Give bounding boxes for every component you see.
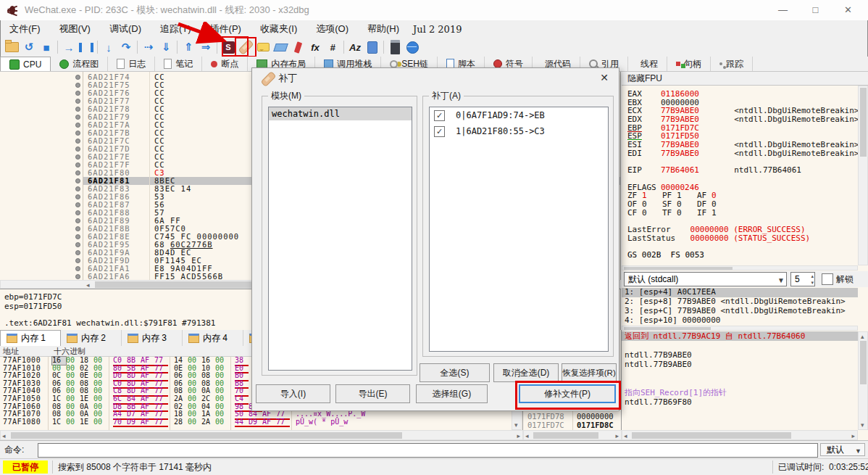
import-button[interactable]: 导入(I) [256,384,330,403]
title-bar[interactable]: WeChat.exe - PID: 263C - 模块: wechatwin.d… [0,0,868,20]
register-row[interactable]: EAX01186000 [627,90,858,99]
trace-into-icon[interactable]: ⇢ [140,39,157,55]
register-value[interactable]: 77B9ABE0 [661,149,725,158]
patch-file-button[interactable]: 修补文件(P) [519,384,616,403]
tab-trace[interactable]: 跟踪 [711,57,753,71]
tab-handles[interactable]: 句柄 [667,57,711,71]
menu-item-debug[interactable]: 调试(D) [100,20,151,38]
registers-vscrollbar[interactable] [858,86,868,265]
dump-row[interactable]: 77AF107008000A00A4D7AF7718001A005084AF77… [0,410,522,418]
stack-row[interactable]: 0171FD7C0171FD8C [523,421,622,429]
run-icon[interactable]: → [60,39,78,55]
scroll-down-icon[interactable]: ▾ [861,421,864,429]
scroll-right-icon[interactable]: ▸ [615,432,619,439]
arguments-list[interactable]: 1: [esp+4] A0C17EEA2: [esp+8] 77B9ABE0 <… [622,288,858,326]
check-hash-icon[interactable]: # [324,39,341,55]
close-icon[interactable]: ■ [38,39,55,55]
modules-icon[interactable] [364,39,381,55]
deselect-all-button[interactable]: 取消全选(D) [493,363,559,382]
step-into-icon[interactable]: ↓ [100,39,117,55]
command-profile-select[interactable]: 默认 ▼ [820,443,865,456]
minimize-button[interactable]: — [767,0,799,20]
register-row[interactable]: EDI77B9ABE0 <ntdll.DbgUiRemoteBreakin> [627,149,858,158]
argument-count-stepper[interactable]: 5 ▴▾ [790,272,815,286]
argument-row[interactable]: 2: [esp+8] 77B9ABE0 <ntdll.DbgUiRemoteBr… [622,297,858,307]
stack-info-row[interactable] [622,379,858,388]
flag-tf[interactable]: TF 0 [662,209,697,218]
registers-hscrollbar[interactable] [622,265,858,270]
pause-icon[interactable] [78,39,95,55]
hide-fpu-button[interactable]: 隐藏FPU [622,72,868,86]
scroll-left-icon[interactable]: ◂ [525,432,529,439]
select-all-button[interactable]: 全选(S) [420,363,490,382]
flag-if[interactable]: IF 1 [697,209,732,218]
register-value[interactable]: 01186000 [661,90,725,99]
pick-groups-button[interactable]: 选择组(G) [416,384,488,403]
maximize-button[interactable]: □ [799,0,832,20]
globe-icon[interactable] [404,39,421,55]
calling-convention-select[interactable]: 默认 (stdcall) ▼ [624,272,787,286]
menu-item-help[interactable]: 帮助(H) [358,20,409,38]
stack-hscrollbar[interactable]: ◂ ▸ [523,430,622,440]
stack-info-row[interactable] [622,369,858,379]
register-row[interactable]: EDX77B9ABE0 <ntdll.DbgUiRemoteBreakin> [627,115,858,124]
dialog-close-icon[interactable]: ✕ [590,68,619,88]
stack-info-row[interactable] [622,341,858,350]
scroll-right-icon[interactable]: ▸ [517,432,520,439]
dump-row[interactable]: 77AF10801C001E0070D9AF7728002A0044D9AF77… [0,418,522,426]
labels-icon[interactable] [272,39,289,55]
menu-item-options[interactable]: 选项(O) [306,20,358,38]
stack-info-row[interactable]: 指向SEH_Record[1]的指针 [622,388,858,397]
tab-breakpoints[interactable]: 断点 [202,57,248,71]
open-file-icon[interactable] [3,39,20,55]
argument-row[interactable]: 4: [esp+10] 00000000 [622,316,858,326]
patch-list[interactable]: ✓0|6A7F1AD9:74->EB✓1|6AD21F80:55->C3 [429,107,609,352]
register-value[interactable]: 77B9ABE0 [661,115,725,124]
step-over-icon[interactable]: ↷ [117,39,135,55]
restore-selection-button[interactable]: 恢复选择项(R) [562,363,617,382]
stack-info-hscrollbar[interactable]: ◂ ▸ [622,430,858,440]
memory-tab-1[interactable]: 内存 1 [0,330,61,346]
restart-icon[interactable]: ↺ [20,39,38,55]
scroll-up-icon[interactable]: ▴ [861,333,864,340]
menu-item-favourites[interactable]: 收藏夹(I) [251,20,306,38]
dump-hscrollbar[interactable]: ◂ ▸ [0,430,523,440]
bookmarks-icon[interactable] [289,39,306,55]
strings-icon[interactable]: Az [346,39,364,55]
scroll-down-icon[interactable]: ▾ [514,421,518,429]
stack-info-row[interactable]: ntdll.77B9ABE0 [622,350,858,360]
tab-threads[interactable]: 线程 [628,57,667,71]
stack-info-row[interactable]: ntdll.77B69F80 [622,397,858,407]
scroll-left-icon[interactable]: ◂ [624,432,627,439]
scroll-right-icon[interactable]: ▸ [851,432,855,439]
flag-cf[interactable]: CF 0 [627,209,662,218]
tab-graph[interactable]: 流程图 [51,57,108,71]
calculator-icon[interactable] [386,39,404,55]
scroll-left-icon[interactable]: ◂ [86,281,90,289]
unlock-checkbox[interactable] [822,273,833,285]
export-button[interactable]: 导出(E) [335,384,410,403]
stack-info-list[interactable]: 返回到 ntdll.77B9AC19 自 ntdll.77B64060 ntdl… [622,331,858,430]
comments-icon[interactable] [254,39,272,55]
command-input[interactable] [38,443,818,458]
scroll-left-icon[interactable]: ◂ [2,432,6,439]
stack-row[interactable]: 0171FD7800000000 [523,412,622,421]
patch-item[interactable]: ✓0|6A7F1AD9:74->EB [430,107,608,123]
stack-info-row[interactable]: ntdll.77B9ABE0 [622,360,858,369]
argument-row[interactable]: 1: [esp+4] A0C17EEA [622,288,858,297]
patch-checkbox[interactable]: ✓ [434,110,445,121]
close-button[interactable]: ✕ [832,0,864,20]
argument-row[interactable]: 3: [esp+C] 77B9ABE0 <ntdll.DbgUiRemoteBr… [622,307,858,316]
register-value[interactable]: 77B64061 [661,166,725,175]
menu-item-view[interactable]: 视图(V) [50,20,100,38]
memory-tab-3[interactable]: 内存 3 [122,330,183,346]
functions-icon[interactable]: fx [306,39,324,55]
stack-info-row[interactable]: 返回到 ntdll.77B9AC19 自 ntdll.77B64060 [622,331,858,341]
menu-item-file[interactable]: 文件(F) [0,20,50,38]
arguments-hscrollbar[interactable] [622,326,858,331]
tab-cpu[interactable]: CPU [0,57,51,71]
stepper-arrows-icon[interactable]: ▴▾ [811,273,814,286]
patch-checkbox[interactable]: ✓ [434,126,445,137]
dialog-title-bar[interactable]: 补丁 ✕ [252,68,619,88]
register-row[interactable]: EIP77B64061 ntdll.77B64061 [627,166,858,175]
